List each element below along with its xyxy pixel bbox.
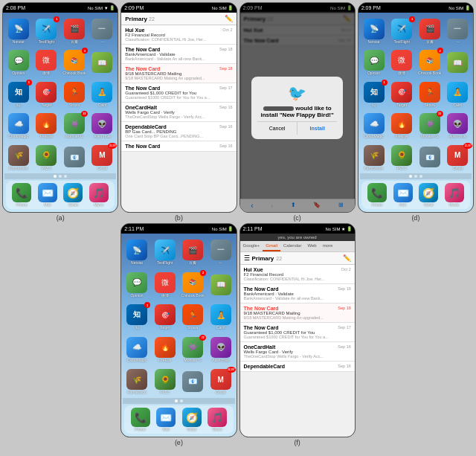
app-e-netstat[interactable]: 📡 Netstat [124, 238, 149, 267]
panel-c-label: (c) [239, 213, 356, 223]
app-testflight[interactable]: ✈️ 1 TestFlight [34, 17, 60, 45]
app-e-misc2[interactable]: 📧 [180, 367, 205, 396]
app-fireeye[interactable]: 🔥 FireEye [34, 112, 60, 140]
app-netstat[interactable]: 📡 Netstat [6, 17, 31, 45]
dock-e-music[interactable]: 🎵 Music [208, 408, 227, 431]
mail-item-6[interactable]: DependableCard BP Gas Card... PENDING On… [121, 122, 236, 141]
app-d-pvz[interactable]: 🌻 PvZ 2 [389, 144, 414, 172]
app-misc1[interactable]: 📖 [90, 48, 115, 77]
app-d-alienhive[interactable]: 👽 Alien Hive [445, 112, 470, 140]
panel-d: 2:09 PM No SIM 🔋 📡 Netstat ✈️ 1 T [358, 2, 474, 223]
app-pvz[interactable]: 🌻 PvZ 2 [34, 144, 60, 172]
mail-item-5[interactable]: OneCardHalt Wells Fargo Card · Verify Th… [121, 103, 236, 122]
dock-d-phone[interactable]: 📞 Phone [367, 183, 387, 207]
mail-f-item-5[interactable]: OneCardHalt Wells Fargo Card · Verify Th… [240, 342, 355, 362]
app-d-netstat[interactable]: 📡 Netstat [361, 17, 387, 45]
mail-f-item-3[interactable]: The Now Card 9/18 MASTERCARD Mailing 9/1… [240, 304, 355, 323]
tab-googleplus[interactable]: Google+ [240, 241, 263, 251]
app-d-monster[interactable]: 👾 22 Monster G [417, 112, 443, 140]
app-e-farmivision[interactable]: 🌾 Farmivision [124, 367, 149, 396]
app-e-target[interactable]: 🎯 Target [152, 303, 178, 332]
app-d-farmivision[interactable]: 🌾 Farmivision [361, 144, 387, 172]
app-cloudmagic[interactable]: ☁️ CloudMagic [6, 112, 31, 140]
dock-e-phone[interactable]: 📞 Phone [131, 408, 150, 431]
app-chinookbook[interactable]: 📚 3 Chinook Book [62, 48, 87, 77]
app-e-opinion[interactable]: 💬 Opinion [124, 270, 149, 299]
app-opinion[interactable]: 💬 Opinion [6, 48, 31, 77]
app-e-gmail[interactable]: M 22,397 Gmail [208, 367, 234, 396]
mail-item-3[interactable]: The Now Card 9/18 MASTERCARD Mailing 9/1… [121, 64, 236, 83]
mail-item-4[interactable]: The Now Card Guaranteed $1,000 CREDIT fo… [121, 83, 236, 103]
app-misc2[interactable]: 📧 [62, 144, 87, 172]
app-calm[interactable]: 🧘 Calm [90, 80, 115, 109]
app-e-cloudmagic[interactable]: ☁️ CloudMagic [124, 335, 149, 364]
alert-install-button[interactable]: Install [298, 122, 337, 135]
app-e-strava[interactable]: 🏃 Strava [180, 303, 205, 332]
app-d-chinookbook[interactable]: 📚 2 Chinook Book [417, 48, 443, 77]
app-d-calm[interactable]: 🧘 Calm [445, 80, 470, 109]
app-e-testflight[interactable]: ✈️ TestFlight [152, 238, 178, 267]
dock-phone[interactable]: 📞 Phone [12, 183, 31, 207]
app-e-weibo[interactable]: 微 微博 [152, 270, 178, 299]
dock-safari[interactable]: 🧭 Safari [63, 183, 83, 207]
app-farmivision[interactable]: 🌾 Farmivision [6, 144, 31, 172]
app-d-zhihu[interactable]: 知 1 知 [361, 80, 387, 109]
mail-f-item-1[interactable]: Hui Xue F2 Financial Record Classificati… [240, 265, 355, 284]
mail-edit-icon-f[interactable]: ✏️ [343, 254, 351, 262]
app-d-misc2[interactable]: 📧 [417, 144, 443, 172]
dock-d-music[interactable]: 🎵 Music [445, 183, 464, 207]
mail-f-item-2[interactable]: The Now Card BankAmericard · Validate Ba… [240, 284, 355, 304]
dock-music[interactable]: 🎵 Music [89, 183, 109, 207]
mail-item-1[interactable]: Hui Xue F2 Financial Record Classificati… [121, 25, 236, 45]
app-zhihu[interactable]: 知 1 知 [6, 80, 31, 109]
mail-edit-icon[interactable]: ✏️ [225, 15, 233, 22]
app-e-alienhive[interactable]: 👽 Alien Hive [208, 335, 234, 364]
app-d-fireeye[interactable]: 🔥 FireEye [389, 112, 414, 140]
app-gmail[interactable]: M 22,397 Gmail [90, 144, 115, 172]
app-d-cloudmagic[interactable]: ☁️ CloudMagic [361, 112, 387, 140]
dock-d-mail[interactable]: ✉️ Mail [393, 183, 413, 207]
app-e-monster[interactable]: 👾 22 Monster G [180, 335, 205, 364]
app-d-yi[interactable]: 一 一 [445, 17, 470, 45]
app-d-testflight[interactable]: ✈️ 1 TestFlight [389, 17, 414, 45]
app-target[interactable]: 🎯 Target [34, 80, 60, 109]
app-e-misc1[interactable]: 📖 [208, 270, 234, 299]
app-d-opinion[interactable]: 💬 Opinion [361, 48, 387, 77]
dock-e-mail[interactable]: ✉️ Mail [156, 408, 176, 431]
tab-web[interactable]: Web [304, 241, 319, 251]
app-e-chinookbook[interactable]: 📚 2 Chinook Book [180, 270, 205, 299]
dock-d-safari[interactable]: 🧭 Safari [419, 183, 438, 207]
app-monster[interactable]: 👾 22 Monster G [62, 112, 87, 140]
app-weibo[interactable]: 微 微博 [34, 48, 60, 77]
mail-header: Primary 22 ✏️ [121, 13, 236, 25]
app-d-misc[interactable]: 📖 [445, 48, 470, 77]
tab-calendar[interactable]: Calendar [280, 241, 304, 251]
alert-cancel-button[interactable]: Cancel [257, 122, 298, 135]
app-d-gmail[interactable]: M 22,397 Gmail [445, 144, 470, 172]
app-strava[interactable]: 🏃 Strava [62, 80, 87, 109]
hamburger-icon[interactable]: ☰ [244, 254, 250, 262]
mail-f-item-4[interactable]: The Now Card Guaranteed $1,000 CREDIT fo… [240, 323, 355, 342]
dock-mail[interactable]: ✉️ Mail [38, 183, 57, 207]
mail-f-item-6[interactable]: DependableCard Sep 16 [240, 362, 355, 372]
app-d-target[interactable]: 🎯 Target [389, 80, 414, 109]
app-d-strava[interactable]: 🏃 Strava [417, 80, 443, 109]
tab-gmail[interactable]: Gmail [263, 241, 280, 251]
app-e-yi[interactable]: 一 一 [208, 238, 234, 267]
tab-more[interactable]: more [320, 241, 336, 251]
app-yi[interactable]: 一 一 [90, 17, 115, 45]
dock-e-safari[interactable]: 🧭 Safari [182, 408, 202, 431]
mail-item-2[interactable]: The Now Card BankAmericard · Validate Ba… [121, 45, 236, 64]
mail-item-7[interactable]: The Now Card Sep 16 [121, 141, 236, 152]
app-douban[interactable]: 🎬 豆瓣 [62, 17, 87, 45]
app-alienhive[interactable]: 👽 Alien Hive [90, 112, 115, 140]
panel-d-label: (d) [358, 213, 474, 223]
app-e-douban[interactable]: 🎬 豆瓣 [180, 238, 205, 267]
app-e-fireeye[interactable]: 🔥 FireEye [152, 335, 178, 364]
alert-title: ■■■■■■■ would like to install "New Flapp… [257, 105, 337, 118]
app-e-pvz[interactable]: 🌻 PvZ 2 [152, 367, 178, 396]
app-e-zhihu[interactable]: 知 1 知 [124, 303, 149, 332]
app-e-calm[interactable]: 🧘 Calm [208, 303, 234, 332]
app-d-weibo[interactable]: 微 微博 [389, 48, 414, 77]
app-d-douban[interactable]: 🎬 豆瓣 [417, 17, 443, 45]
